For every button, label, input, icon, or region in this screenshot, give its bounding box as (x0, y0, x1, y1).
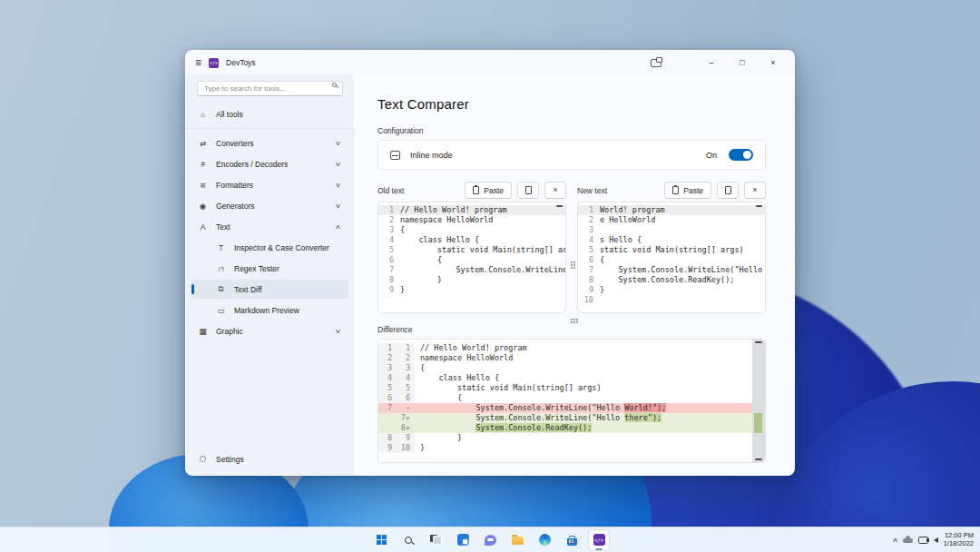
hamburger-menu-icon[interactable]: ≡ (195, 57, 201, 68)
search-input[interactable] (197, 81, 343, 96)
scrollbar-arrow[interactable] (755, 458, 762, 460)
editor-line: 8 System.Console.ReadKey(); (578, 275, 765, 285)
code-text: static void Main(string[] args) (600, 245, 744, 255)
tray-chevron-up-icon[interactable]: ∧ (892, 537, 898, 544)
diff-code-text: { (415, 393, 752, 403)
chat-icon (485, 535, 496, 546)
close-button[interactable]: × (761, 58, 785, 67)
difference-view: 11// Hello World! program22namespace Hel… (377, 339, 766, 463)
sidebar-item-label: Inspector & Case Converter (234, 243, 342, 252)
diff-code-text: static void Main(string[] args) (415, 383, 752, 393)
sidebar-item-text-diff[interactable]: ⧉Text Diff (191, 280, 348, 299)
old-line-number (378, 423, 397, 433)
gear-icon (198, 455, 208, 464)
new-clear-button[interactable]: × (744, 182, 766, 199)
taskbar-clock[interactable]: 12:00 PM 1/18/2022 (944, 532, 974, 547)
inline-mode-toggle[interactable] (729, 149, 753, 161)
taskbar-file-explorer-button[interactable] (506, 529, 528, 551)
maximize-button[interactable]: □ (730, 58, 754, 67)
clipboard-icon (672, 186, 679, 194)
text-diff-icon: ⧉ (216, 284, 226, 294)
sidebar-item-formatters[interactable]: ≋Formatters∨ (191, 175, 348, 194)
compact-overlay-icon[interactable] (651, 59, 662, 67)
chevron-down-icon: ∨ (335, 161, 341, 168)
taskbar-widgets-button[interactable] (452, 529, 474, 551)
taskbar-devtoys-button[interactable] (588, 529, 610, 551)
taskbar-chat-button[interactable] (479, 529, 501, 551)
sidebar-item-converters[interactable]: ⇄Converters∨ (191, 133, 348, 153)
configuration-label: Configuration (377, 126, 766, 135)
old-clear-button[interactable]: × (544, 182, 566, 199)
sidebar-item-text[interactable]: AText∧ (191, 217, 348, 236)
new-line-number: 2 (397, 353, 415, 363)
line-number: 1 (378, 205, 400, 215)
new-paste-button[interactable]: Paste (664, 182, 711, 199)
sidebar-item-encoders-decoders[interactable]: #Encoders / Decoders∨ (191, 154, 348, 173)
sidebar-item-settings[interactable]: Settings (191, 449, 348, 468)
taskbar-search-button[interactable] (397, 529, 419, 551)
line-number: 6 (378, 255, 400, 265)
old-line-number: 7 (378, 403, 397, 413)
old-open-file-button[interactable] (517, 182, 539, 199)
editor-line: 8 } (378, 275, 565, 285)
onedrive-cloud-icon[interactable] (903, 538, 913, 543)
sidebar-item-graphic[interactable]: ▦Graphic∨ (191, 321, 348, 340)
generators-icon: ◉ (198, 202, 208, 211)
chevron-down-icon: ∨ (335, 182, 341, 189)
scrollbar-thumb[interactable] (556, 205, 563, 207)
inspector-icon: T (216, 243, 226, 252)
sidebar-item-label: Markdown Preview (234, 306, 342, 315)
taskbar-store-button[interactable] (561, 529, 583, 551)
minimize-button[interactable]: – (700, 58, 723, 67)
taskbar-task-view-button[interactable] (425, 529, 446, 551)
new-line-number: 6 (397, 393, 415, 403)
chevron-up-icon: ∧ (335, 223, 341, 231)
diff-code-text: { (415, 363, 752, 373)
search-icon (405, 537, 412, 544)
sidebar-item-label: Text Diff (234, 285, 342, 294)
sidebar-item-markdown-preview[interactable]: ▭Markdown Preview (191, 301, 348, 320)
sidebar-item-all-tools[interactable]: ⌂ All tools (191, 104, 348, 123)
line-number: 7 (378, 265, 400, 275)
scrollbar-thumb[interactable] (756, 205, 762, 207)
vertical-splitter-grip[interactable] (571, 261, 573, 263)
window-title: DevToys (226, 58, 256, 67)
horizontal-splitter[interactable] (377, 313, 766, 325)
titlebar[interactable]: ≡ DevToys – □ × (186, 51, 794, 74)
new-line-number: 7+ (397, 413, 415, 423)
chevron-down-icon: ∨ (335, 202, 341, 210)
new-open-file-button[interactable] (717, 182, 739, 199)
diff-row-same: 33{ (378, 363, 752, 373)
new-text-editor[interactable]: 1World! program2e HelloWorld34s Hello {5… (577, 202, 766, 313)
sidebar-item-generators[interactable]: ◉Generators∨ (191, 196, 348, 215)
line-number: 2 (578, 215, 600, 225)
editor-line: 7 System.Console.WriteLine("Hello th (578, 265, 765, 275)
editor-line: 3 (578, 225, 765, 235)
scrollbar-arrow[interactable] (755, 341, 762, 343)
line-number: 8 (578, 275, 600, 285)
volume-icon[interactable] (934, 537, 938, 543)
line-number: 6 (578, 255, 600, 265)
diff-code-text: System.Console.WriteLine("Hello there"); (415, 413, 752, 423)
line-number: 10 (578, 295, 600, 305)
diff-code-text: System.Console.WriteLine("Hello World!")… (415, 403, 752, 413)
old-line-number: 1 (378, 343, 397, 353)
diff-row-added: 8+ System.Console.ReadKey(); (378, 423, 752, 433)
code-text: e HelloWorld (600, 215, 655, 225)
old-paste-button[interactable]: Paste (465, 182, 512, 199)
sidebar-item-regex-tester[interactable]: (.*)Regex Tester (191, 259, 348, 278)
search-box (197, 78, 343, 96)
line-number: 1 (578, 205, 600, 215)
edge-icon (539, 534, 551, 546)
diff-scrollbar-track[interactable] (752, 340, 765, 462)
sidebar-item-inspector-case-converter[interactable]: TInspector & Case Converter (191, 238, 348, 257)
taskbar-edge-button[interactable] (534, 529, 555, 551)
diff-row-same: 66 { (378, 393, 752, 403)
line-number: 4 (578, 235, 600, 245)
old-text-editor[interactable]: 1// Hello World! program2namespace Hello… (377, 202, 566, 313)
encoders-decoders-icon: # (198, 160, 208, 169)
taskbar-start-button[interactable] (370, 529, 392, 551)
diff-code-text: // Hello World! program (415, 343, 752, 353)
close-icon: × (553, 186, 557, 194)
page-title: Text Comparer (377, 96, 766, 112)
